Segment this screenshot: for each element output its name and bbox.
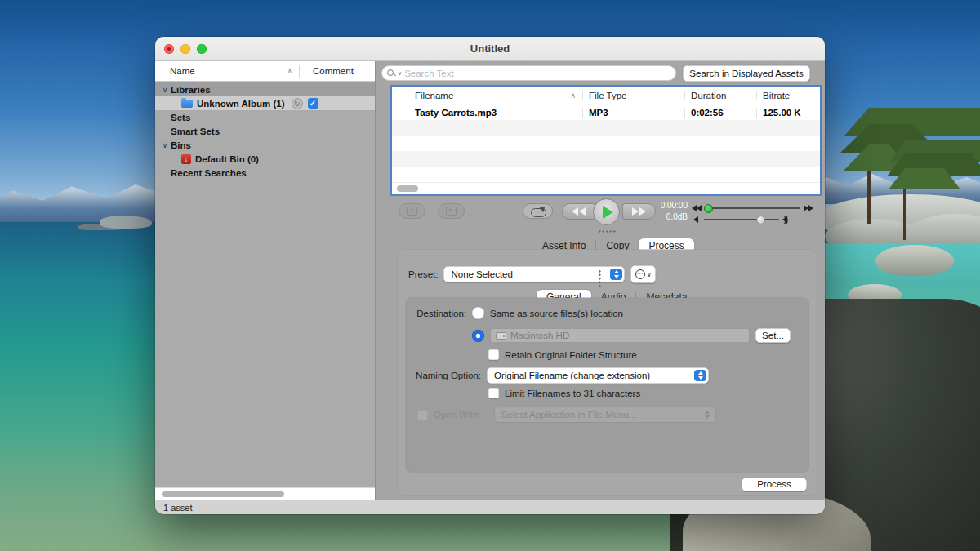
- destination-path-value: Macintosh HD: [510, 331, 569, 340]
- sort-ascending-icon: ∧: [287, 67, 292, 75]
- play-icon: [603, 206, 613, 219]
- open-with-value: Select Application in File Menu...: [501, 410, 637, 420]
- pane-splitter-handle[interactable]: [598, 230, 616, 233]
- ellipsis-circle-icon: ···: [635, 269, 645, 279]
- table-row-empty: [392, 151, 820, 167]
- volume-readout: 0.0dB: [652, 212, 688, 221]
- sidebar-item-default-bin[interactable]: ↓ Default Bin (0): [155, 152, 375, 166]
- table-row[interactable]: Tasty Carrots.mp3 MP3 0:02:56 125.00 K: [392, 104, 820, 120]
- scrubber-track[interactable]: [704, 207, 800, 209]
- scrollbar-thumb[interactable]: [397, 185, 418, 192]
- tree-label: Smart Sets: [171, 127, 220, 136]
- pane-splitter-handle[interactable]: [599, 269, 601, 287]
- sidebar-item-bins[interactable]: ∨ Bins: [155, 138, 375, 152]
- column-header-bitrate[interactable]: Bitrate: [756, 91, 820, 100]
- fast-forward-icon: [632, 207, 639, 216]
- sidebar-item-smart-sets[interactable]: Smart Sets: [155, 124, 375, 138]
- checkmark-icon: [407, 207, 417, 216]
- search-input[interactable]: [404, 69, 670, 78]
- transport-controls: 0:00:00 0.0dB )): [376, 196, 825, 227]
- asset-table[interactable]: Filename ∧ File Type Duration Bitrate Ta…: [390, 85, 822, 196]
- table-row-empty: [392, 120, 820, 136]
- column-header-duration[interactable]: Duration: [684, 91, 756, 100]
- title-bar[interactable]: Untitled: [155, 37, 825, 61]
- cell-bitrate: 125.00 K: [756, 108, 820, 118]
- slideshow-button[interactable]: [438, 203, 465, 219]
- window-title: Untitled: [155, 42, 825, 55]
- sidebar-horizontal-scrollbar[interactable]: [155, 487, 375, 500]
- search-in-displayed-assets-button[interactable]: Search in Displayed Assets: [683, 65, 810, 82]
- open-with-label: Open With:: [434, 410, 481, 420]
- step-back-icon[interactable]: [697, 205, 702, 211]
- fast-forward-button[interactable]: [622, 203, 656, 220]
- scrollbar-thumb[interactable]: [162, 491, 284, 497]
- disclosure-triangle-icon[interactable]: ∨: [159, 86, 171, 94]
- sidebar-tree: ∨ Libraries Unknown Album (1) ↻ ✓ Sets S…: [155, 82, 375, 487]
- set-destination-button[interactable]: Set...: [755, 328, 791, 343]
- tree-label: Default Bin (0): [195, 154, 259, 164]
- disclosure-triangle-icon[interactable]: ∨: [159, 141, 171, 149]
- sidebar-item-libraries[interactable]: ∨ Libraries: [155, 82, 375, 96]
- table-horizontal-scrollbar[interactable]: [392, 182, 820, 193]
- tree-label: Libraries: [171, 85, 211, 95]
- general-settings-group: Destination: Same as source files(s) loc…: [406, 298, 808, 472]
- tree-label: Sets: [171, 113, 190, 122]
- destination-custom-radio[interactable]: [472, 330, 484, 342]
- sidebar-column-header[interactable]: Name ∧ Comment: [155, 61, 375, 82]
- naming-option-value: Original Filename (change extension): [494, 371, 650, 380]
- scrubber-knob[interactable]: [704, 204, 713, 213]
- preset-actions-button[interactable]: ··· ∨: [630, 265, 656, 283]
- bin-icon: ↓: [181, 154, 191, 164]
- fast-forward-icon: [639, 207, 646, 216]
- search-row: ∨ Search in Displayed Assets: [376, 61, 825, 85]
- status-bar: 1 asset: [155, 500, 825, 514]
- mark-button[interactable]: [399, 203, 425, 219]
- limit-filenames-checkbox[interactable]: [488, 388, 499, 398]
- play-button[interactable]: [593, 198, 620, 225]
- cell-duration: 0:02:56: [684, 108, 756, 118]
- asset-count: 1 asset: [163, 503, 192, 513]
- volume-track[interactable]: [704, 219, 779, 220]
- loop-button[interactable]: [523, 203, 553, 219]
- sidebar: Name ∧ Comment ∨ Libraries Unknown Album…: [155, 61, 376, 500]
- timecode-readout: 0:00:00: [652, 201, 688, 210]
- speaker-waves-icon: )): [784, 216, 787, 224]
- destination-same-label: Same as source files(s) location: [490, 309, 623, 318]
- sidebar-item-unknown-album[interactable]: Unknown Album (1) ↻ ✓: [155, 96, 375, 110]
- volume-knob[interactable]: [756, 216, 765, 224]
- step-forward-icon[interactable]: [808, 205, 813, 211]
- album-checkbox[interactable]: ✓: [308, 98, 318, 109]
- destination-path-field[interactable]: Macintosh HD: [490, 328, 750, 343]
- search-scope-chevron-icon[interactable]: ∨: [398, 70, 402, 77]
- sync-status-icon[interactable]: ↻: [292, 98, 303, 109]
- table-header-row: Filename ∧ File Type Duration Bitrate: [392, 87, 820, 104]
- destination-same-radio[interactable]: [472, 307, 484, 319]
- preset-value: None Selected: [451, 269, 512, 279]
- sidebar-item-recent-searches[interactable]: Recent Searches: [155, 166, 375, 180]
- popup-stepper-icon: [702, 409, 714, 420]
- popup-stepper-icon: [694, 370, 706, 381]
- search-field[interactable]: ∨: [381, 65, 676, 81]
- retain-structure-checkbox[interactable]: [488, 349, 499, 360]
- wallpaper-shore-rock: [100, 216, 152, 229]
- search-icon: [387, 69, 395, 78]
- limit-filenames-label: Limit Filenames to 31 characters: [505, 389, 640, 398]
- sidebar-comment-column-label[interactable]: Comment: [300, 66, 354, 76]
- column-header-filename[interactable]: Filename ∧: [413, 91, 582, 100]
- column-header-filetype[interactable]: File Type: [582, 91, 684, 100]
- process-button[interactable]: Process: [742, 478, 807, 491]
- app-window: Untitled Name ∧ Comment ∨ Libraries: [155, 37, 825, 514]
- sidebar-item-sets[interactable]: Sets: [155, 110, 375, 124]
- hard-drive-icon: [496, 332, 506, 340]
- tree-label: Recent Searches: [171, 168, 247, 178]
- tree-label: Bins: [171, 140, 191, 150]
- preset-row: Preset: None Selected ··· ∨: [408, 265, 656, 283]
- rewind-button[interactable]: [562, 203, 595, 220]
- volume-min-icon[interactable]: [693, 216, 698, 223]
- open-with-checkbox[interactable]: [417, 410, 428, 420]
- sidebar-name-column-label[interactable]: Name: [170, 66, 195, 76]
- naming-option-popup[interactable]: Original Filename (change extension): [487, 367, 709, 384]
- cell-filename: Tasty Carrots.mp3: [413, 108, 582, 118]
- folder-icon: [181, 100, 193, 108]
- cell-filetype: MP3: [582, 108, 684, 118]
